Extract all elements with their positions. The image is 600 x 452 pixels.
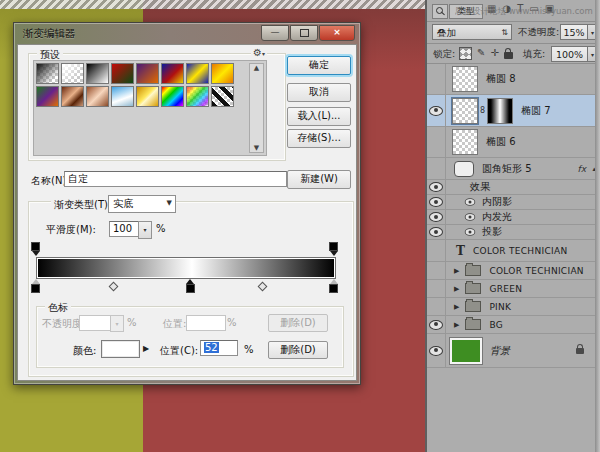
- scroll-down-icon[interactable]: ▼: [250, 144, 263, 152]
- close-button[interactable]: ×: [319, 25, 355, 41]
- gradient-preset-blue-red-yellow[interactable]: [161, 63, 184, 84]
- smoothness-spinner[interactable]: ▾: [138, 221, 152, 239]
- layer-list: 椭圆 88椭圆 7椭圆 6圆角矩形 5fx▴效果内阴影内发光投影TCOLOR T…: [427, 64, 600, 368]
- layer-row-4[interactable]: 效果: [427, 180, 600, 195]
- layer-thumbnail[interactable]: [452, 129, 478, 155]
- gradient-preset-transparent-stripes[interactable]: [211, 86, 234, 107]
- visibility-toggle-empty[interactable]: [427, 64, 446, 94]
- gradient-preset-foreground-to-transparent[interactable]: [36, 63, 59, 84]
- layer-row-group-9[interactable]: ▶COLOR TECHNICIAN: [427, 262, 600, 280]
- gradient-preset-violet-orange[interactable]: [136, 63, 159, 84]
- gradient-bar[interactable]: [36, 257, 336, 279]
- layer-filter-row: 类型 ▦◑T▭▣ 思缘设计论坛 www.missyuan.com: [429, 2, 598, 20]
- color-delete-button[interactable]: 删除(D): [268, 341, 328, 359]
- layer-row-0[interactable]: 椭圆 8: [427, 64, 600, 95]
- visibility-eye-icon[interactable]: [427, 225, 446, 239]
- layer-row-6[interactable]: 内发光: [427, 210, 600, 225]
- layer-row-group-10[interactable]: ▶GREEN: [427, 280, 600, 298]
- lock-paint-brush-icon[interactable]: ✎: [477, 47, 485, 60]
- gradient-preset-blue-yellow-blue[interactable]: [186, 63, 209, 84]
- visibility-toggle-empty[interactable]: [427, 158, 446, 179]
- visibility-eye-icon[interactable]: [427, 95, 446, 126]
- layer-row-group-12[interactable]: ▶BG: [427, 316, 600, 334]
- dialog-body: 预设 ⚙▾ ▲ ▼ 确定 取消 载入(L)... 存储(S)... 名称(N):…: [17, 44, 357, 381]
- updown-arrows-icon: ⇅: [501, 25, 508, 40]
- color-picker-arrow-icon[interactable]: ▶: [140, 340, 152, 358]
- layer-row-3[interactable]: 圆角矩形 5fx▴: [427, 158, 600, 180]
- gradient-preset-red-green[interactable]: [111, 63, 134, 84]
- blend-mode-select[interactable]: 叠加⇅: [432, 24, 512, 40]
- name-input[interactable]: 自定: [64, 171, 287, 187]
- layer-row-7[interactable]: 投影: [427, 225, 600, 240]
- gradient-preset-copper[interactable]: [86, 86, 109, 107]
- visibility-toggle-empty[interactable]: [427, 280, 446, 297]
- gradient-preset-spectrum[interactable]: [161, 86, 184, 107]
- scroll-up-icon[interactable]: ▲: [250, 64, 263, 72]
- gradient-preset-black-white[interactable]: [86, 63, 109, 84]
- gradient-preset-orange-yellow-orange[interactable]: [211, 63, 234, 84]
- layer-name: 椭圆 6: [486, 135, 516, 149]
- maximize-button[interactable]: [290, 25, 318, 41]
- visibility-toggle-empty[interactable]: [427, 240, 446, 261]
- gradient-preset-chrome-sky[interactable]: [111, 86, 134, 107]
- minimize-button[interactable]: —: [261, 25, 289, 41]
- opacity-stop[interactable]: [329, 242, 338, 255]
- layer-name: 椭圆 8: [486, 72, 516, 86]
- opacity-pos-input: [186, 315, 226, 331]
- visibility-eye-icon[interactable]: [427, 316, 446, 333]
- color-swatch[interactable]: [101, 340, 140, 358]
- effect-eye-icon[interactable]: [465, 228, 476, 236]
- load-button[interactable]: 载入(L)...: [287, 107, 351, 126]
- gradient-preset-gold[interactable]: [136, 86, 159, 107]
- effect-eye-icon[interactable]: [465, 213, 476, 221]
- color-stop[interactable]: [329, 279, 338, 292]
- lock-transparency-icon[interactable]: [459, 47, 472, 60]
- panel-opacity-value[interactable]: 15%: [560, 24, 588, 40]
- gradient-preset-violet-green-orange[interactable]: [36, 86, 59, 107]
- expand-triangle-icon[interactable]: ▶: [454, 321, 459, 329]
- layer-row-group-11[interactable]: ▶PINK: [427, 298, 600, 316]
- cancel-button[interactable]: 取消: [287, 83, 351, 102]
- layer-thumbnail[interactable]: [452, 66, 478, 92]
- fill-value[interactable]: 100%: [551, 46, 588, 62]
- layer-row-2[interactable]: 椭圆 6: [427, 127, 600, 158]
- visibility-eye-icon[interactable]: [427, 210, 446, 224]
- fx-badge[interactable]: fx: [578, 164, 587, 174]
- visibility-eye-icon[interactable]: [427, 334, 446, 367]
- background-thumbnail[interactable]: [450, 338, 482, 364]
- gradient-type-select[interactable]: 实底▼: [108, 195, 176, 213]
- position-input[interactable]: 52: [200, 340, 238, 356]
- smoothness-input[interactable]: 100: [109, 221, 141, 237]
- vector-mask-thumbnail[interactable]: [487, 98, 513, 124]
- visibility-toggle-empty[interactable]: [427, 298, 446, 315]
- gradient-preset-copper-dark[interactable]: [61, 86, 84, 107]
- visibility-toggle-empty[interactable]: [427, 127, 446, 157]
- layer-row-8[interactable]: TCOLOR TECHNICIAN: [427, 240, 600, 262]
- color-stop[interactable]: [31, 279, 40, 292]
- layer-row-5[interactable]: 内阴影: [427, 195, 600, 210]
- search-icon[interactable]: [432, 4, 448, 19]
- lock-move-icon[interactable]: ✛: [490, 47, 498, 60]
- layer-thumbnail[interactable]: [452, 98, 478, 124]
- gradient-preset-transparent-rainbow[interactable]: [186, 86, 209, 107]
- color-stop[interactable]: [186, 279, 195, 292]
- expand-triangle-icon[interactable]: ▶: [454, 285, 459, 293]
- new-button[interactable]: 新建(W): [287, 170, 351, 189]
- visibility-eye-icon[interactable]: [427, 180, 446, 194]
- visibility-toggle-empty[interactable]: [427, 262, 446, 279]
- lock-all-icon[interactable]: [504, 52, 513, 59]
- ok-button[interactable]: 确定: [287, 56, 351, 75]
- position-unit: %: [244, 344, 254, 355]
- effect-eye-icon[interactable]: [465, 198, 476, 206]
- gradient-preset-white-to-transparent[interactable]: [61, 63, 84, 84]
- expand-triangle-icon[interactable]: ▶: [454, 303, 459, 311]
- gear-icon[interactable]: ⚙▾: [251, 47, 267, 58]
- layer-row-1[interactable]: 8椭圆 7: [427, 95, 600, 127]
- preset-scrollbar[interactable]: ▲ ▼: [249, 63, 264, 153]
- opacity-stop[interactable]: [31, 242, 40, 255]
- save-button[interactable]: 存储(S)...: [287, 129, 351, 148]
- visibility-eye-icon[interactable]: [427, 195, 446, 209]
- layer-row-13[interactable]: 背景: [427, 334, 600, 368]
- expand-triangle-icon[interactable]: ▶: [454, 267, 459, 275]
- rounded-rect-thumbnail[interactable]: [454, 161, 474, 177]
